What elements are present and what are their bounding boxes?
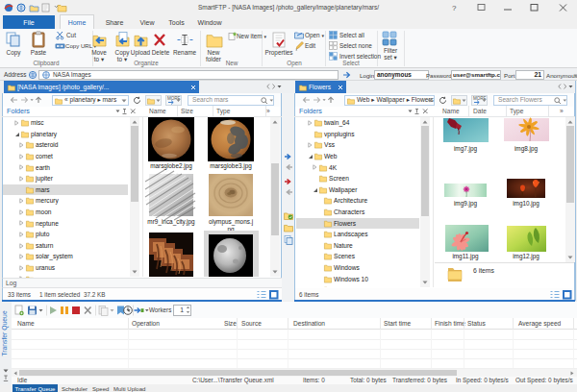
svg-text:?: ? — [452, 4, 457, 12]
